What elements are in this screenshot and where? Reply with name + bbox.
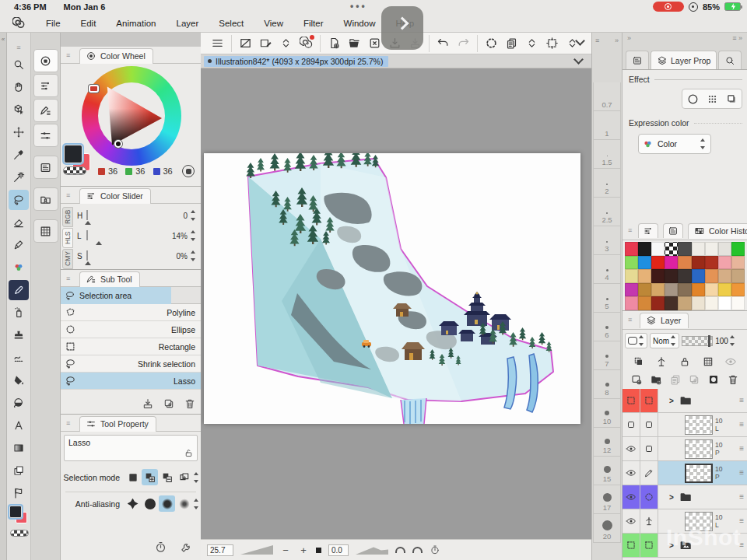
menu-item[interactable]: Edit: [71, 19, 107, 28]
collapse-right-icon[interactable]: »: [615, 37, 619, 44]
show-hide-layer[interactable]: [724, 355, 737, 368]
panel-tab-color-wheel[interactable]: [33, 49, 58, 72]
layer-visibility-cell[interactable]: [622, 461, 640, 485]
layer-visibility-cell[interactable]: [622, 509, 640, 533]
layer-edit-cell[interactable]: [640, 437, 658, 460]
document-tab[interactable]: Illustration842* (4093 x 2894px 300dpi 2…: [204, 56, 388, 67]
color-swatch[interactable]: [678, 296, 691, 310]
layer-drag-handle-icon[interactable]: [739, 396, 744, 404]
canvas-stepper[interactable]: [275, 35, 296, 52]
main-color-swatch[interactable]: [9, 506, 22, 518]
selection-mode-new[interactable]: [124, 469, 141, 485]
color-swatch[interactable]: [705, 296, 718, 310]
brush-size-cell[interactable]: 5: [593, 284, 621, 313]
slider-track[interactable]: [86, 250, 88, 261]
color-swatch[interactable]: [638, 256, 651, 270]
folder-expand-icon[interactable]: [669, 493, 674, 502]
selection-area-tool[interactable]: [9, 190, 29, 210]
new-raster-layer[interactable]: [630, 373, 643, 386]
brush-size-cell[interactable]: 2: [593, 169, 621, 198]
brush-size-cell[interactable]: 3: [593, 226, 621, 255]
fill-tool[interactable]: [9, 370, 29, 390]
slider-stepper[interactable]: [189, 209, 198, 222]
operation-tool[interactable]: [9, 100, 29, 120]
layer-edit-cell[interactable]: [640, 461, 658, 485]
selection-launcher-button[interactable]: [542, 35, 562, 52]
color-swatch[interactable]: [705, 283, 718, 297]
lock-transparent-pixels[interactable]: [702, 355, 714, 368]
reset-view-icon[interactable]: [430, 544, 440, 555]
color-swatch[interactable]: [731, 256, 745, 270]
layer-edit-cell[interactable]: [640, 485, 658, 509]
layer-folder-red[interactable]: [622, 389, 747, 413]
panel-tab-color-slider[interactable]: [33, 74, 58, 97]
brush-size-cell[interactable]: 7: [593, 341, 621, 370]
color-swatch[interactable]: [692, 269, 705, 283]
import-sub-tool-icon[interactable]: [142, 397, 154, 410]
rotation-slider[interactable]: [356, 545, 388, 555]
layer-edit-cell[interactable]: [640, 509, 658, 533]
anti-aliasing-weak[interactable]: [142, 495, 158, 512]
brush-size-cell[interactable]: 0.7: [593, 82, 621, 111]
color-swatch[interactable]: [638, 242, 651, 256]
panel-tab-material[interactable]: [33, 187, 58, 211]
decoration-tool[interactable]: [9, 257, 29, 278]
tool-property-tab[interactable]: Tool Property: [79, 416, 156, 432]
selection-mode-multiple[interactable]: [176, 469, 192, 485]
menu-item[interactable]: Select: [209, 19, 254, 28]
transparent-color-button[interactable]: [63, 166, 86, 175]
color-swatch[interactable]: [731, 283, 745, 297]
layer-drag-handle-icon[interactable]: [739, 492, 744, 501]
opacity-slider[interactable]: [682, 336, 713, 346]
main-menu-button[interactable]: [207, 35, 227, 52]
undo-button[interactable]: [429, 35, 453, 52]
slider-mode-tab[interactable]: HLS: [62, 228, 73, 248]
create-layer-mask[interactable]: [707, 373, 720, 386]
layer-visibility-cell[interactable]: [622, 413, 640, 436]
airbrush-tool[interactable]: [9, 303, 29, 323]
color-swatch[interactable]: [678, 283, 691, 297]
settings-wrench-icon[interactable]: [180, 541, 193, 554]
subtool-shrink-selection[interactable]: Shrink selection: [61, 355, 201, 373]
brush-size-cell[interactable]: 1.5: [593, 140, 621, 169]
color-swatch[interactable]: [731, 269, 745, 283]
color-swatch[interactable]: [625, 296, 638, 310]
brush-size-cell[interactable]: 8: [593, 370, 621, 399]
color-swatch[interactable]: [665, 269, 678, 283]
panel-tab-pattern[interactable]: [33, 219, 58, 243]
auto-select-tool[interactable]: [9, 167, 29, 187]
reference-layer[interactable]: [655, 355, 668, 368]
zoom-out-button[interactable]: −: [280, 544, 291, 556]
color-swatch[interactable]: [731, 242, 745, 256]
sub-tool-tab[interactable]: Sub Tool: [79, 271, 140, 287]
clipboard-button[interactable]: [501, 35, 521, 52]
brush-size-cell[interactable]: 1: [593, 111, 621, 140]
slider-track[interactable]: [86, 210, 88, 220]
panel-grip[interactable]: ≡: [66, 191, 70, 199]
slider-marker-icon[interactable]: [85, 261, 91, 265]
zoom-slider[interactable]: [240, 545, 273, 555]
layer-select-tool[interactable]: [9, 460, 29, 481]
color-swatch[interactable]: [665, 283, 678, 297]
anti-aliasing-middle[interactable]: [159, 495, 175, 512]
brush-size-cell[interactable]: 15: [593, 457, 621, 485]
combine-to-layer[interactable]: [688, 373, 700, 386]
lock-layer[interactable]: [679, 355, 691, 368]
transparent-color-button[interactable]: [10, 530, 29, 537]
panel-grip[interactable]: ≡: [66, 275, 70, 282]
color-swatch[interactable]: [718, 242, 731, 256]
color-swatch[interactable]: [692, 242, 705, 256]
effect-border[interactable]: [684, 90, 701, 107]
subtool-rectangle[interactable]: Rectangle: [61, 338, 201, 355]
canvas-settings-button[interactable]: [231, 35, 255, 52]
rotate-right-icon[interactable]: [412, 547, 423, 553]
menu-item[interactable]: Layer: [167, 19, 209, 28]
menu-item[interactable]: View: [254, 19, 293, 28]
color-wheel[interactable]: [82, 66, 181, 166]
expression-color-dropdown[interactable]: Color: [638, 134, 711, 154]
color-swatch[interactable]: [625, 256, 638, 270]
menu-item[interactable]: Filter: [293, 19, 334, 28]
tab-color-mixer[interactable]: [663, 223, 683, 238]
clipboard-stepper[interactable]: [521, 35, 542, 52]
color-wheel-tab[interactable]: Color Wheel: [79, 48, 153, 64]
